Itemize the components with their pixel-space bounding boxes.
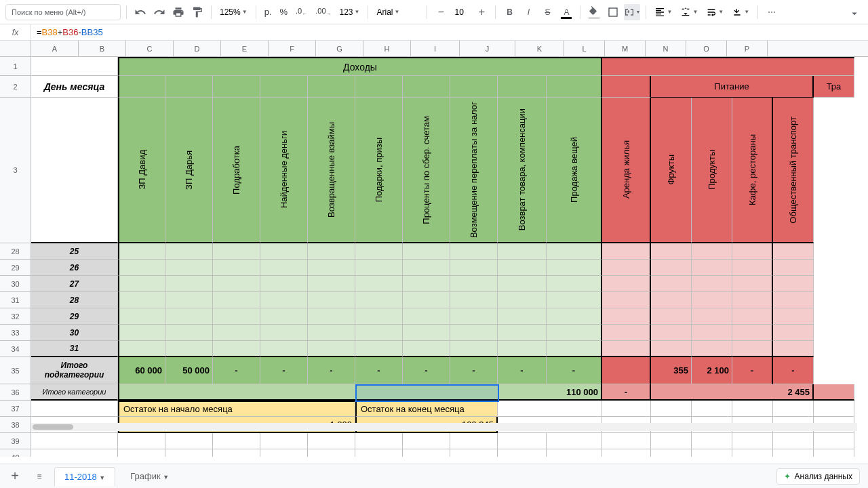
income-col-label: Найденные деньги xyxy=(279,131,289,208)
row-header-31[interactable]: 31 xyxy=(0,292,31,308)
redo-icon[interactable] xyxy=(151,4,167,20)
col-header-F[interactable]: F xyxy=(269,41,316,56)
increase-decimal[interactable]: .00→ xyxy=(313,7,334,17)
row-header-38[interactable]: 38 xyxy=(0,417,31,433)
valign-icon[interactable]: ▼ xyxy=(677,7,701,18)
sheet-tab-inactive[interactable]: График ▼ xyxy=(121,467,178,485)
expense-food-total: 2 455 xyxy=(651,384,814,401)
col-header-P[interactable]: P xyxy=(727,41,768,56)
fill-color-icon[interactable] xyxy=(586,4,602,20)
rotate-icon[interactable]: ▼ xyxy=(729,7,752,18)
expense-subtotal: 355 xyxy=(651,357,692,384)
col-header-L[interactable]: L xyxy=(564,41,605,56)
col-header-N[interactable]: N xyxy=(646,41,686,56)
day-header: День месяца xyxy=(31,76,118,98)
income-header: Доходы xyxy=(118,57,602,76)
cells-area[interactable]: Доходы День месяца Питание Тра ЗП ДавидЗ… xyxy=(31,57,868,457)
row-header-1[interactable]: 1 xyxy=(0,57,31,76)
row-header-29[interactable]: 29 xyxy=(0,260,31,276)
col-header-O[interactable]: O xyxy=(686,41,727,56)
row-header-33[interactable]: 33 xyxy=(0,325,31,341)
font-size-inc[interactable]: + xyxy=(473,4,490,20)
balance-end-label: Остаток на конец месяца xyxy=(355,401,498,417)
income-col-label: ЗП Дарья xyxy=(184,150,194,190)
row-header-40[interactable]: 40 xyxy=(0,449,31,457)
col-header-E[interactable]: E xyxy=(221,41,269,56)
row-header-34[interactable]: 34 xyxy=(0,341,31,357)
select-all-corner[interactable] xyxy=(0,41,31,56)
horizontal-scrollbar[interactable] xyxy=(31,423,857,431)
income-subtotal: - xyxy=(403,357,450,384)
day-cell: 25 xyxy=(31,243,118,260)
print-icon[interactable] xyxy=(170,4,186,20)
col-header-A[interactable]: A xyxy=(31,41,79,56)
column-headers: ABCDEFGHIJKLMNOP xyxy=(0,41,868,57)
bold-icon[interactable]: B xyxy=(501,4,517,20)
font-select[interactable]: Arial▼ xyxy=(374,7,421,17)
col-header-D[interactable]: D xyxy=(174,41,221,56)
fx-icon: fx xyxy=(0,24,31,40)
font-size-dec[interactable]: − xyxy=(433,4,449,20)
zoom-select[interactable]: 125%▼ xyxy=(217,7,250,17)
col-header-H[interactable]: H xyxy=(363,41,411,56)
row-header-30[interactable]: 30 xyxy=(0,276,31,292)
income-subtotal: - xyxy=(498,357,547,384)
borders-icon[interactable] xyxy=(605,4,621,20)
expense-col-label: Фрукты xyxy=(666,155,676,185)
col-header-C[interactable]: C xyxy=(126,41,174,56)
expense-col-label: Аренда жилья xyxy=(621,140,631,199)
more-icon[interactable]: ⋯ xyxy=(764,4,780,20)
income-subtotal: - xyxy=(213,357,260,384)
currency-format[interactable]: р. xyxy=(262,7,275,17)
expand-toolbar-icon[interactable] xyxy=(846,5,863,22)
row-header-39[interactable]: 39 xyxy=(0,433,31,449)
cattotal-label: Итого категории xyxy=(31,384,118,401)
row-header-2[interactable]: 2 xyxy=(0,76,31,98)
paint-format-icon[interactable] xyxy=(189,4,205,20)
row-header-32[interactable]: 32 xyxy=(0,308,31,325)
halign-icon[interactable]: ▼ xyxy=(652,7,675,18)
all-sheets-button[interactable]: ≡ xyxy=(30,467,49,486)
income-col-label: Возвращенные взаймы xyxy=(326,122,336,218)
expense-rent-total: - xyxy=(602,384,651,401)
col-header-K[interactable]: K xyxy=(515,41,564,56)
col-header-G[interactable]: G xyxy=(316,41,363,56)
income-subtotal: - xyxy=(308,357,355,384)
row-header-36[interactable]: 36 xyxy=(0,384,31,401)
col-header-J[interactable]: J xyxy=(460,41,515,56)
row-header-3[interactable]: 3 xyxy=(0,98,31,243)
row-headers: 1232829303132333435363738394041 xyxy=(0,57,31,457)
col-header-I[interactable]: I xyxy=(411,41,460,56)
menu-search[interactable]: Поиск по меню (Alt+/) xyxy=(5,4,121,20)
expense-col-label: Кафе, рестораны xyxy=(747,134,757,205)
italic-icon[interactable]: I xyxy=(520,4,536,20)
income-col-label: Проценты по сбер. счетам xyxy=(421,116,431,224)
day-cell: 26 xyxy=(31,260,118,276)
day-cell: 31 xyxy=(31,341,118,357)
col-header-M[interactable]: M xyxy=(605,41,646,56)
undo-icon[interactable] xyxy=(132,4,149,20)
formula-input[interactable]: =B38+B36-BB35 xyxy=(31,27,868,37)
add-sheet-button[interactable]: + xyxy=(5,467,24,486)
income-grand: 110 000 xyxy=(118,384,602,401)
row-header-37[interactable]: 37 xyxy=(0,401,31,417)
number-format[interactable]: 123▼ xyxy=(337,7,363,17)
font-size[interactable]: 10 xyxy=(452,7,471,17)
subtotal-label: Итого подкатегории xyxy=(31,357,118,384)
percent-format[interactable]: % xyxy=(277,7,290,17)
row-header-28[interactable]: 28 xyxy=(0,243,31,260)
wrap-icon[interactable]: ▼ xyxy=(703,7,726,18)
transport-header: Тра xyxy=(814,76,854,98)
merge-icon[interactable]: ▼ xyxy=(624,4,640,20)
income-col-label: Возмещение переплаты за налог xyxy=(469,102,479,238)
income-col-label: Подработка xyxy=(231,146,241,195)
expense-subtotal: - xyxy=(773,357,814,384)
analyze-data-button[interactable]: ✦Анализ данных xyxy=(776,468,860,485)
decrease-decimal[interactable]: .0← xyxy=(293,7,310,17)
balance-start-label: Остаток на начало месяца xyxy=(118,401,355,417)
sheet-tab-active[interactable]: 11-2018 ▼ xyxy=(54,467,115,486)
row-header-35[interactable]: 35 xyxy=(0,357,31,384)
strike-icon[interactable]: S xyxy=(539,4,555,20)
col-header-B[interactable]: B xyxy=(79,41,126,56)
text-color-icon[interactable]: A xyxy=(558,4,574,20)
